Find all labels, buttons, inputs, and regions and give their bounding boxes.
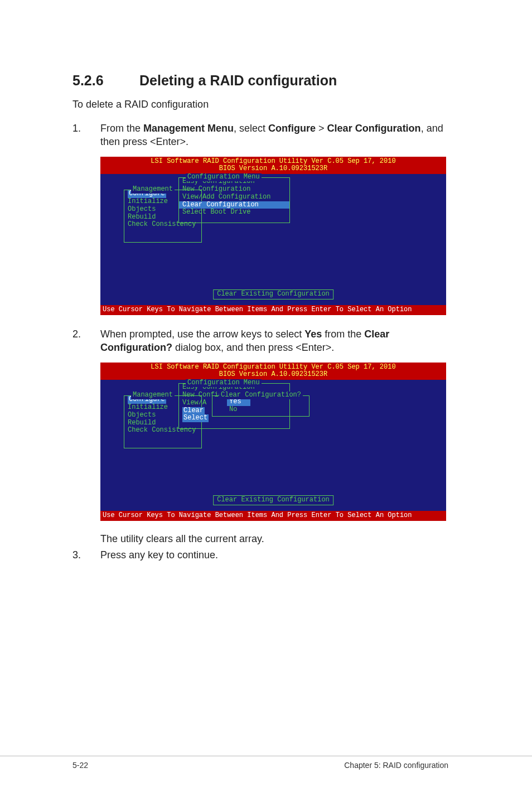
bios-footer: Use Cursor Keys To Navigate Between Item… <box>100 511 446 521</box>
step-3: 3. Press any key to continue. <box>72 548 448 562</box>
step-text: When prompted, use the arrow keys to sel… <box>100 327 448 355</box>
section-heading: 5.2.6Deleting a RAID configuration <box>72 73 448 89</box>
section-number: 5.2.6 <box>72 73 139 89</box>
cfg-item-selectboot[interactable]: Select Boot Drive <box>179 209 289 216</box>
configuration-menu-title: Configuration Menu <box>186 173 262 181</box>
management-menu-title: Management <box>131 392 175 399</box>
clear-configuration-yes[interactable]: Yes <box>227 398 250 406</box>
cfg-item-viewadd[interactable]: View/Add Configuration <box>179 194 289 201</box>
step-number: 2. <box>72 327 100 355</box>
bios-description: Clear Existing Configuration <box>213 289 333 299</box>
bios-header-line1: LSI Software RAID Configuration Utility … <box>100 364 446 371</box>
step-text: From the Management Menu, select Configu… <box>100 122 448 149</box>
clear-configuration-no[interactable]: No <box>227 406 250 414</box>
configuration-menu-title: Configuration Menu <box>186 379 262 387</box>
clear-configuration-title: Clear Configuration? <box>219 392 303 399</box>
bios-header-line2: BIOS Version A.10.09231523R <box>100 371 446 379</box>
step-1: 1. From the Management Menu, select Conf… <box>72 122 448 149</box>
cfg-item-clear[interactable]: Clear Configuration <box>179 201 289 209</box>
step-2: 2. When prompted, use the arrow keys to … <box>72 327 448 355</box>
step-text: Press any key to continue. <box>100 548 448 562</box>
step-number: 3. <box>72 548 100 562</box>
bios-header: LSI Software RAID Configuration Utility … <box>100 363 446 380</box>
management-menu-title: Management <box>131 186 175 194</box>
page-number: 5-22 <box>72 761 88 770</box>
configuration-menu: Configuration Menu Easy Configuration Ne… <box>178 177 290 223</box>
bios-screenshot-2: LSI Software RAID Configuration Utility … <box>100 363 446 521</box>
bios-header: LSI Software RAID Configuration Utility … <box>100 157 446 175</box>
clear-configuration-dialog: Clear Configuration? Yes No <box>212 395 309 417</box>
lead-text: To delete a RAID configuration <box>72 99 448 110</box>
bios-header-line2: BIOS Version A.10.09231523R <box>100 165 446 173</box>
chapter-label: Chapter 5: RAID configuration <box>344 761 448 770</box>
bios-screenshot-1: LSI Software RAID Configuration Utility … <box>100 157 446 315</box>
step-number: 1. <box>72 122 100 149</box>
bios-header-line1: LSI Software RAID Configuration Utility … <box>100 158 446 166</box>
page-footer: 5-22 Chapter 5: RAID configuration <box>0 756 532 802</box>
section-title: Deleting a RAID configuration <box>139 73 337 88</box>
cfg-item-new[interactable]: New Configuration <box>179 186 289 194</box>
bios-description: Clear Existing Configuration <box>213 495 333 505</box>
step-2-result: The utility clears all the current array… <box>100 533 448 545</box>
bios-footer: Use Cursor Keys To Navigate Between Item… <box>100 305 446 315</box>
